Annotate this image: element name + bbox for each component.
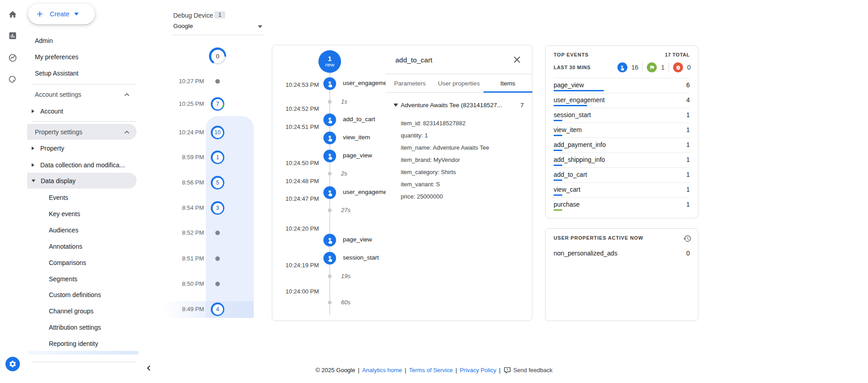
advertising-icon[interactable] (8, 75, 17, 84)
top-event-row[interactable]: view_cart1 (554, 182, 690, 197)
top-event-bar (554, 180, 562, 181)
tap-event-icon[interactable] (617, 62, 627, 72)
top-event-bar (554, 120, 562, 121)
timeline-minute-count: 4 (213, 304, 223, 315)
stream-time-label: 10:24:47 PM (278, 195, 319, 202)
stream-event-label[interactable]: page_view (343, 152, 372, 159)
sidebar-item-data-display[interactable]: Data display (27, 173, 137, 189)
sidebar-item-data-collection-and-modifica[interactable]: Data collection and modifica... (27, 157, 137, 173)
sidebar-item-reporting-identity[interactable]: Reporting identity (27, 336, 137, 351)
debug-timeline-column: Debug Device 1 Google 0 10:27 PM10:25 PM… (138, 0, 271, 383)
sidebar-item-my-preferences[interactable]: My preferences (27, 49, 137, 65)
sidebar-item-label: Segments (49, 275, 77, 283)
explore-icon[interactable] (8, 53, 17, 62)
top-event-row[interactable]: page_view6 (554, 78, 690, 93)
sidebar-item-admin[interactable]: Admin (27, 33, 137, 48)
stream-gap-duration: 1s (341, 98, 347, 105)
tap-event-icon[interactable] (323, 252, 336, 265)
top-event-row[interactable]: purchase1 (554, 197, 690, 212)
tap-event-icon[interactable] (323, 186, 336, 199)
sidebar-item-comparisons[interactable]: Comparisons (27, 255, 137, 270)
top-event-row[interactable]: view_item1 (554, 123, 690, 137)
timeline-minute-circle[interactable]: 1 (211, 151, 224, 164)
create-button[interactable]: Create (28, 4, 95, 24)
device-select-value[interactable]: Google (173, 23, 193, 29)
footer-link-privacy-policy[interactable]: Privacy Policy (460, 367, 496, 374)
timeline-top-circle[interactable]: 0 (209, 47, 226, 65)
tap-event-icon[interactable] (323, 150, 336, 162)
user-property-count: 0 (686, 250, 690, 257)
sidebar-item-annotations[interactable]: Annotations (27, 238, 137, 254)
sidebar-item-label: Account (40, 108, 63, 115)
timeline-time-label: 8:52 PM (163, 229, 204, 236)
top-events-card: TOP EVENTS 17 TOTAL LAST 30 MINS 1610 pa… (545, 45, 698, 218)
top-event-name: page_view (554, 81, 584, 89)
footer-link-terms-of-service[interactable]: Terms of Service (409, 367, 453, 374)
timeline-dot[interactable] (215, 231, 220, 235)
stream-event-label[interactable]: view_item (343, 134, 370, 141)
admin-gear-icon[interactable] (5, 357, 20, 371)
sidebar-item-account[interactable]: Account (27, 103, 137, 119)
sidebar-item-label: Property settings (35, 128, 82, 136)
timeline-minute-circle[interactable]: 4 (211, 303, 224, 316)
timeline-minute-circle[interactable]: 7 (211, 97, 224, 111)
sidebar-item-audiences[interactable]: Audiences (27, 222, 137, 238)
tap-event-icon[interactable] (323, 113, 336, 126)
timeline-minute-circle[interactable]: 5 (211, 176, 224, 189)
timeline-minute-circle[interactable]: 3 (211, 201, 224, 215)
tap-event-icon[interactable] (323, 77, 336, 90)
top-event-row[interactable]: add_payment_info1 (554, 137, 690, 152)
new-events-badge[interactable]: 1 new (318, 50, 341, 73)
footer-link-analytics-home[interactable]: Analytics home (362, 367, 402, 374)
top-event-name: add_shipping_info (554, 156, 605, 163)
top-event-count: 6 (686, 81, 690, 89)
sidebar-item-account-settings[interactable]: Account settings (27, 86, 137, 102)
timeline-dot[interactable] (215, 256, 220, 261)
error-bug-icon[interactable] (673, 62, 683, 72)
stream-event-label[interactable]: user_engagement (343, 80, 386, 86)
ga-debugview-app: Create AdminMy preferencesSetup Assistan… (0, 0, 868, 383)
key-event-flag-icon[interactable] (647, 62, 657, 72)
sidebar-item-segments[interactable]: Segments (27, 271, 137, 287)
sidebar-item-attribution-settings[interactable]: Attribution settings (27, 319, 137, 335)
sidebar-item-label: Audiences (49, 227, 78, 234)
send-feedback-button[interactable]: Send feedback (503, 366, 553, 374)
history-icon[interactable] (683, 234, 692, 243)
expand-down-icon (32, 180, 35, 182)
stream-event-label[interactable]: page_view (343, 236, 372, 243)
close-icon[interactable] (512, 55, 522, 64)
tab-user-properties[interactable]: User properties (434, 74, 483, 92)
sidebar-item-events[interactable]: Events (27, 189, 137, 205)
stream-event-label[interactable]: add_to_cart (343, 116, 375, 123)
sidebar-item-property-settings[interactable]: Property settings (27, 124, 137, 140)
timeline-minute-circle[interactable]: 10 (211, 126, 224, 139)
counter-value: 0 (687, 64, 691, 71)
tap-event-icon[interactable] (323, 132, 336, 144)
stream-time-label: 10:24:52 PM (278, 105, 319, 112)
sidebar-item-property[interactable]: Property (27, 140, 137, 156)
tab-parameters[interactable]: Parameters (385, 74, 434, 92)
sidebar-item-custom-definitions[interactable]: Custom definitions (27, 287, 137, 303)
sidebar-item-setup-assistant[interactable]: Setup Assistant (27, 65, 137, 81)
item-expand-arrow-icon (394, 104, 398, 107)
timeline-dot[interactable] (215, 79, 220, 84)
top-event-row[interactable]: session_start1 (554, 108, 690, 123)
tap-event-icon[interactable] (323, 234, 336, 246)
top-event-row[interactable]: user_engagement4 (554, 93, 690, 108)
top-event-name: user_engagement (554, 96, 605, 104)
reports-icon[interactable] (8, 31, 17, 40)
timeline-dot[interactable] (215, 282, 220, 286)
device-select-caret-icon[interactable] (258, 25, 262, 28)
top-event-name: purchase (554, 201, 580, 208)
sidebar-item-key-events[interactable]: Key events (27, 206, 137, 222)
stream-event-label[interactable]: session_start (343, 254, 379, 261)
top-event-row[interactable]: add_to_cart1 (554, 167, 690, 182)
home-icon[interactable] (8, 10, 17, 19)
top-event-row[interactable]: add_shipping_info1 (554, 152, 690, 167)
stream-time-label: 10:24:50 PM (278, 160, 319, 166)
stream-event-label[interactable]: user_engagement (343, 189, 386, 195)
sidebar-item-channel-groups[interactable]: Channel groups (27, 303, 137, 319)
item-param: item_name: Adventure Awaits Tee (401, 144, 489, 151)
tab-items[interactable]: Items (484, 74, 532, 92)
item-header-name[interactable]: Adventure Awaits Tee (8231418527... (401, 102, 502, 109)
